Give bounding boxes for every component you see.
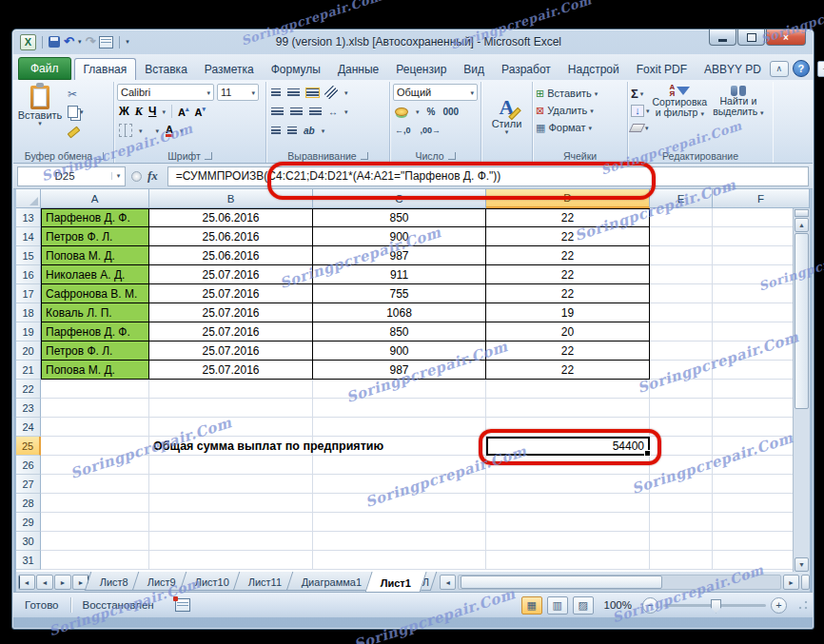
cell-D28[interactable]	[486, 494, 650, 513]
row-header-23[interactable]: 23	[16, 399, 41, 418]
row-header-28[interactable]: 28	[16, 494, 41, 513]
cell-E17[interactable]	[650, 284, 713, 303]
insert-cells-button[interactable]: ⊞Вставить▾	[536, 85, 624, 102]
cell-A29[interactable]	[41, 513, 149, 532]
view-page-break-button[interactable]: ▨	[573, 596, 594, 615]
ribbon-tab-7[interactable]: Вид	[455, 59, 493, 80]
ribbon-tab-4[interactable]: Формулы	[263, 59, 329, 80]
cell-E18[interactable]	[650, 303, 713, 322]
cell-C24[interactable]	[313, 418, 486, 437]
number-format-select[interactable]: Общий▾	[393, 84, 478, 101]
clear-button[interactable]: ▾	[631, 120, 650, 135]
select-all-corner[interactable]	[16, 189, 41, 208]
split-handle[interactable]	[801, 575, 810, 590]
column-header-C[interactable]: C	[313, 189, 486, 208]
cell-E26[interactable]	[650, 456, 713, 475]
undo-icon[interactable]: ↶	[64, 35, 74, 49]
copy-button[interactable]: ▾	[68, 105, 84, 119]
next-sheet-icon[interactable]: ►	[54, 575, 71, 590]
row-header-24[interactable]: 24	[16, 418, 41, 437]
cell-C19[interactable]: 850	[313, 322, 486, 342]
ribbon-tab-11[interactable]: ABBYY PD	[696, 59, 770, 80]
align-left-icon[interactable]	[271, 107, 284, 116]
cell-C17[interactable]: 755	[313, 284, 486, 303]
cell-E20[interactable]	[650, 342, 713, 361]
cell-C27[interactable]	[313, 475, 486, 494]
cell-D18[interactable]: 19	[486, 303, 650, 322]
cell-D19[interactable]: 20	[486, 322, 650, 342]
insert-function-button[interactable]: fx	[147, 168, 158, 184]
zoom-slider[interactable]	[663, 604, 766, 607]
cell-C13[interactable]: 850	[313, 208, 486, 227]
cell-E19[interactable]	[650, 322, 713, 342]
cell-B21[interactable]: 25.07.2016	[149, 361, 313, 380]
cell-E16[interactable]	[650, 265, 713, 284]
cell-D29[interactable]	[486, 513, 650, 532]
minimize-button[interactable]	[709, 29, 736, 46]
close-button[interactable]: ×	[766, 29, 806, 46]
underline-button[interactable]: Ч	[148, 105, 156, 118]
shrink-font-button[interactable]: А	[194, 106, 205, 118]
scroll-right-icon[interactable]: ►	[783, 575, 799, 590]
ribbon-tab-2[interactable]: Вставка	[136, 59, 196, 80]
name-box[interactable]: D25 ▾	[17, 166, 126, 186]
redo-icon[interactable]: ↷	[85, 35, 95, 49]
paste-button[interactable]: Вставить ▾	[18, 83, 62, 148]
ribbon-tab-10[interactable]: Foxit PDF	[628, 59, 696, 80]
cell-D20[interactable]: 22	[486, 342, 650, 361]
row-header-16[interactable]: 16	[16, 265, 41, 284]
row-header-17[interactable]: 17	[16, 284, 41, 303]
cell-E25[interactable]	[650, 437, 713, 456]
ribbon-tab-1[interactable]: Главная	[74, 58, 137, 80]
cell-D22[interactable]	[486, 380, 650, 399]
cell-B13[interactable]: 25.06.2016	[149, 208, 313, 227]
cell-A17[interactable]: Сафронова В. М.	[41, 284, 149, 303]
merge-center-icon[interactable]: ↔	[328, 107, 338, 117]
align-bottom-icon[interactable]	[306, 88, 319, 97]
dialog-launcher-icon[interactable]	[448, 152, 456, 160]
wrap-text-icon[interactable]: ab	[304, 126, 315, 136]
delete-cells-button[interactable]: ⊠Удалить▾	[536, 102, 624, 119]
name-box-caret-icon[interactable]: ▾	[111, 172, 125, 180]
bold-button[interactable]: Ж	[119, 105, 129, 118]
cell-C20[interactable]: 900	[313, 342, 486, 361]
column-header-E[interactable]: E	[650, 189, 713, 208]
cell-D16[interactable]: 22	[486, 265, 650, 284]
cell-C29[interactable]	[313, 513, 486, 532]
percent-format-icon[interactable]: %	[427, 107, 436, 117]
dialog-launcher-icon[interactable]	[96, 152, 104, 160]
view-normal-button[interactable]: ▦	[521, 596, 542, 615]
font-family-select[interactable]: Calibri▾	[117, 84, 214, 101]
orientation-icon[interactable]	[324, 85, 340, 100]
ribbon-tab-9[interactable]: Надстрой	[559, 59, 628, 80]
cell-A27[interactable]	[41, 475, 149, 494]
cell-D25[interactable]: 54400	[486, 437, 650, 456]
cell-D23[interactable]	[486, 399, 650, 418]
sheet-tab-Диаграмма1[interactable]: Диаграмма1	[285, 572, 377, 591]
cut-button[interactable]: ✂	[68, 87, 84, 101]
borders-icon[interactable]	[119, 124, 132, 137]
cell-C16[interactable]: 911	[313, 265, 486, 284]
dialog-launcher-icon[interactable]	[205, 152, 212, 160]
decrease-indent-icon[interactable]	[271, 127, 281, 135]
workbook-minimize-button[interactable]: —	[817, 61, 824, 77]
cell-C26[interactable]	[313, 456, 486, 475]
find-select-button[interactable]: Найти и выделить ▾	[710, 83, 766, 148]
cell-D30[interactable]	[486, 532, 650, 551]
cell-C15[interactable]: 987	[313, 246, 486, 265]
cell-D13[interactable]: 22	[486, 208, 650, 227]
cell-B14[interactable]: 25.06.2016	[149, 227, 313, 246]
format-cells-button[interactable]: ▦Формат▾	[536, 119, 624, 136]
cell-A22[interactable]	[41, 380, 149, 399]
cell-A26[interactable]	[41, 456, 149, 475]
horizontal-scrollbar[interactable]: ◄ ►	[440, 572, 810, 590]
cell-B22[interactable]	[149, 380, 313, 399]
row-header-20[interactable]: 20	[16, 342, 41, 361]
ribbon-tab-3[interactable]: Разметка	[196, 59, 263, 80]
maximize-button[interactable]	[737, 29, 765, 46]
cell-A19[interactable]: Парфенов Д. Ф.	[41, 322, 149, 342]
collapse-ribbon-icon[interactable]: ∧	[770, 61, 789, 77]
cell-B20[interactable]: 25.07.2016	[149, 342, 313, 361]
row-header-27[interactable]: 27	[16, 475, 41, 494]
row-header-22[interactable]: 22	[16, 380, 41, 399]
